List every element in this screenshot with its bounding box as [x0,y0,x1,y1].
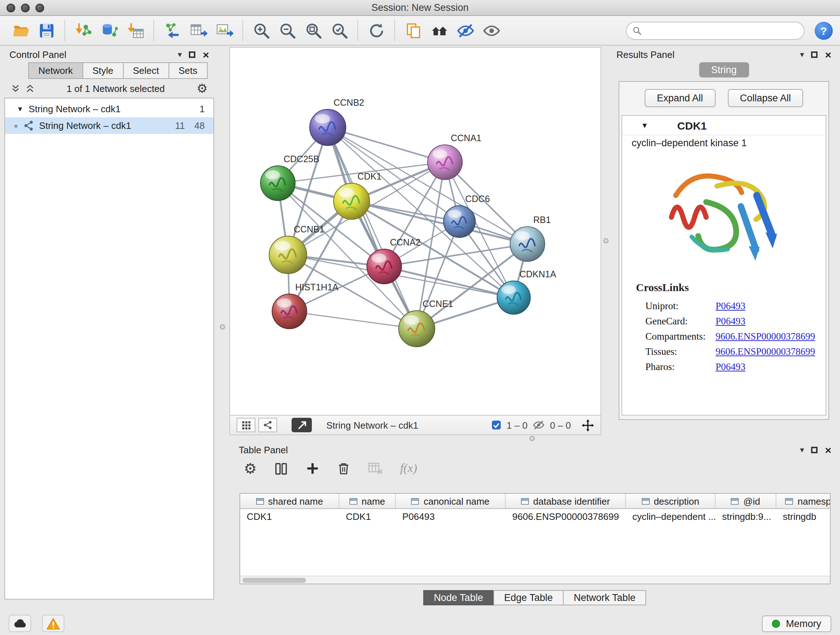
tree-expand-icon[interactable]: ▾ [18,104,22,114]
memory-button[interactable]: Memory [762,615,831,632]
network-collection-row[interactable]: ▾ String Network – cdk1 1 [5,101,213,117]
panel-close-icon[interactable]: × [825,444,831,455]
zoom-selected-button[interactable] [326,18,352,43]
minimize-window-button[interactable] [21,4,30,12]
network-node-cdkn1a[interactable]: CDKN1A [497,269,556,314]
column-header-shared-name[interactable]: shared name [240,494,339,508]
table-cell[interactable]: 9606.ENSP00000378699 [506,511,626,522]
network-node-ccnb2[interactable]: CCNB2 [309,97,364,146]
uniprot-link[interactable]: P06493 [715,300,745,312]
compartments-link[interactable]: 9606.ENSP00000378699 [715,331,815,342]
close-window-button[interactable] [6,4,15,12]
network-node-hist1h1a[interactable]: HIST1H1A [272,282,339,329]
expand-all-button[interactable]: Expand All [645,89,715,107]
network-canvas[interactable]: CCNB2CCNA1CDC25BCDK1CDC6RB1CCNB1CCNA2CDK… [230,48,600,415]
warnings-button[interactable] [42,615,65,632]
network-node-ccnb1[interactable]: CCNB1 [269,224,325,274]
expand-all-icon[interactable] [25,84,35,93]
network-node-ccna1[interactable]: CCNA1 [428,133,482,180]
column-header--id[interactable]: @id [715,494,776,508]
table-cell[interactable]: stringdb [776,511,831,522]
network-row-selected[interactable]: ● String Network – cdk1 11 48 [5,117,213,134]
network-node-cdc6[interactable]: CDC6 [444,194,490,238]
panel-float-icon[interactable] [811,447,818,453]
network-node-cdc25b[interactable]: CDC25B [261,154,319,201]
cloud-status-button[interactable] [9,615,31,632]
panel-float-icon[interactable] [189,51,195,57]
apply-preferred-layout-button[interactable] [363,18,389,43]
collapse-all-icon[interactable] [11,84,20,93]
export-network-button[interactable] [159,18,185,43]
selected-checkbox-icon[interactable] [491,420,501,430]
birds-eye-view-button[interactable] [237,418,256,432]
table-cell[interactable]: stringdb:9... [715,511,776,522]
delete-table-button[interactable] [368,461,384,476]
save-session-button[interactable] [33,18,59,43]
splitter-handle-bottom[interactable] [530,436,535,441]
table-row[interactable]: CDK1CDK1P064939606.ENSP00000378699cyclin… [240,509,830,524]
network-edge-hist1h1a-ccne1[interactable] [289,311,417,329]
search-input[interactable] [645,25,798,36]
gear-icon[interactable]: ⚙ [197,82,208,95]
network-node-cdk1[interactable]: CDK1 [333,171,382,219]
column-header-name[interactable]: name [339,494,396,508]
add-column-button[interactable] [305,461,320,476]
column-header-canonical-name[interactable]: canonical name [396,494,506,508]
scrollbar-thumb[interactable] [242,578,306,583]
table-settings-gear-icon[interactable]: ⚙ [244,461,257,476]
tab-style[interactable]: Style [82,62,123,79]
splitter-handle-left[interactable] [220,325,225,329]
string-results-tab[interactable]: String [699,62,749,78]
network-overview-button[interactable] [258,418,277,432]
zoom-fit-button[interactable] [300,18,326,43]
first-neighbors-button[interactable] [426,18,452,43]
tab-select[interactable]: Select [123,62,169,79]
genecard-link[interactable]: P06493 [715,315,745,327]
table-cell[interactable]: cyclin–dependent ... [626,511,715,522]
help-button[interactable]: ? [815,21,833,40]
export-image-button[interactable] [211,18,237,43]
panel-menu-icon[interactable]: ▾ [800,446,804,454]
import-table-button[interactable] [122,18,148,43]
table-cell[interactable]: CDK1 [240,511,339,522]
duplicate-network-button[interactable] [400,18,426,43]
pan-crosshair-icon[interactable] [582,419,594,431]
table-cell[interactable]: CDK1 [339,511,396,522]
table-cell[interactable]: P06493 [396,511,506,522]
show-columns-button[interactable] [273,461,289,476]
hide-selected-button[interactable] [452,18,478,43]
table-horizontal-scrollbar[interactable] [240,576,830,584]
delete-column-button[interactable] [336,461,351,476]
column-header-description[interactable]: description [626,494,715,508]
tab-sets[interactable]: Sets [168,62,207,79]
column-header-namespace[interactable]: namespace [776,494,831,508]
tab-network-table[interactable]: Network Table [563,590,646,605]
import-network-from-file-button[interactable] [70,18,96,43]
collapse-card-icon[interactable]: ▾ [643,120,647,130]
splitter-handle-right[interactable] [603,238,608,243]
panel-close-icon[interactable]: × [202,49,209,60]
zoom-in-button[interactable] [248,18,274,43]
tab-edge-table[interactable]: Edge Table [493,590,564,605]
import-network-from-database-button[interactable] [96,18,122,43]
panel-close-icon[interactable]: × [825,49,831,60]
protein-card-header[interactable]: ▾ CDK1 [622,116,826,135]
zoom-window-button[interactable] [35,4,44,12]
collapse-all-button[interactable]: Collapse All [728,89,803,107]
panel-float-icon[interactable] [811,51,818,57]
open-session-button[interactable] [7,18,33,43]
pharos-link[interactable]: P06493 [715,361,745,372]
function-builder-button[interactable]: f(x) [400,461,417,476]
network-node-rb1[interactable]: RB1 [510,215,551,261]
tab-node-table[interactable]: Node Table [423,590,494,605]
export-table-button[interactable] [185,18,211,43]
column-header-database-identifier[interactable]: database identifier [506,494,626,508]
tissues-link[interactable]: 9606.ENSP00000378699 [715,346,815,357]
hidden-eye-slash-icon[interactable] [532,420,545,430]
network-edge-ccnb2-ccne1[interactable] [328,127,417,329]
panel-menu-icon[interactable]: ▾ [800,50,804,58]
tab-network[interactable]: Network [28,62,83,79]
zoom-out-button[interactable] [274,18,300,43]
open-in-window-button[interactable] [292,418,312,432]
panel-menu-icon[interactable]: ▾ [178,50,182,58]
